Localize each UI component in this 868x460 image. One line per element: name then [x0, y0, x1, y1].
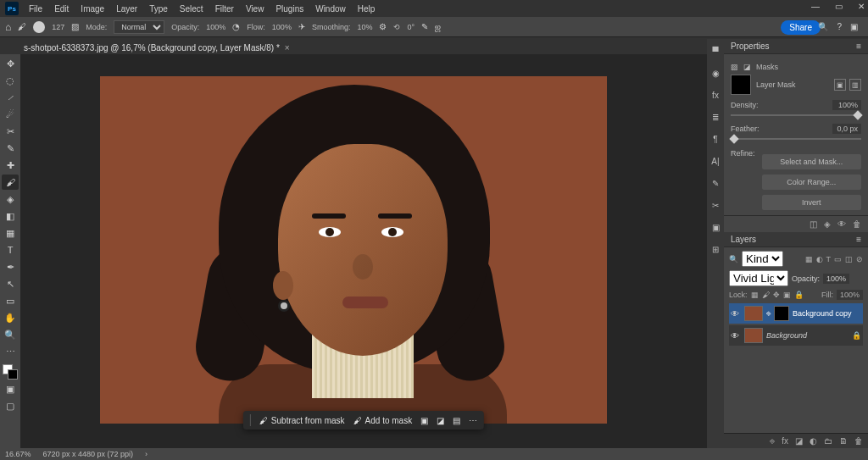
group-icon[interactable]: 🗀	[824, 436, 832, 446]
shape-tool[interactable]: ▭	[2, 293, 19, 308]
move-tool[interactable]: ✥	[2, 56, 19, 71]
subtract-from-mask-button[interactable]: 🖌 Subtract from mask	[259, 416, 345, 425]
density-slider[interactable]	[731, 112, 861, 119]
link-icon[interactable]: ⎆	[766, 309, 771, 318]
apply-mask-icon[interactable]: ◈	[824, 219, 831, 229]
menu-view[interactable]: View	[241, 3, 270, 15]
panel-swatches-icon[interactable]: ◉	[709, 66, 722, 80]
opacity-value[interactable]: 100%	[206, 23, 225, 31]
blend-mode-select[interactable]: Vivid Light	[729, 270, 788, 286]
vector-mask-icon[interactable]: ◪	[743, 63, 751, 71]
panel-color-icon[interactable]: ▀	[709, 44, 722, 58]
layers-panel-tab[interactable]: Layers ≡	[724, 232, 868, 247]
fx-icon[interactable]: fx	[782, 436, 788, 446]
pressure-opacity-icon[interactable]: ◔	[232, 22, 240, 31]
select-and-mask-button[interactable]: Select and Mask...	[762, 154, 861, 169]
lock-pos-icon[interactable]: ✥	[773, 291, 780, 299]
home-icon[interactable]: ⌂	[5, 21, 11, 33]
marquee-tool[interactable]: ◌	[2, 73, 19, 88]
mask-thumb[interactable]	[774, 306, 789, 321]
feather-slider[interactable]	[731, 136, 861, 142]
help-icon[interactable]: ?	[837, 22, 842, 31]
maximize-icon[interactable]: ▭	[835, 2, 843, 11]
menu-image[interactable]: Image	[75, 3, 109, 15]
panel-menu-icon[interactable]: ≡	[856, 42, 861, 51]
menu-type[interactable]: Type	[144, 3, 173, 15]
menu-file[interactable]: File	[24, 3, 47, 15]
lock-nest-icon[interactable]: ▣	[783, 291, 791, 299]
brush-tool-icon[interactable]: 🖌	[18, 22, 26, 31]
crop-tool[interactable]: ✂	[2, 124, 19, 139]
lock-all-icon[interactable]: 🔒	[794, 291, 804, 299]
angle-icon[interactable]: ⟲	[393, 23, 400, 31]
pixel-mask-icon[interactable]: ▨	[731, 63, 738, 71]
layer-thumb[interactable]	[744, 306, 763, 321]
menu-filter[interactable]: Filter	[210, 3, 239, 15]
adjustment-icon[interactable]: ◐	[810, 436, 817, 446]
brush-tool[interactable]: 🖌	[2, 175, 19, 190]
zoom-tool[interactable]: 🔍	[2, 327, 19, 342]
filter-adjust-icon[interactable]: ◐	[816, 255, 823, 263]
add-vector-mask-icon[interactable]: ▥	[849, 79, 861, 91]
layer-row[interactable]: 👁 Background 🔒	[729, 325, 863, 346]
menu-window[interactable]: Window	[310, 3, 351, 15]
gradient-tool[interactable]: ▦	[2, 225, 19, 241]
search-icon[interactable]: 🔍	[818, 22, 828, 31]
healing-tool[interactable]: ✚	[2, 158, 19, 173]
lock-trans-icon[interactable]: ▦	[751, 291, 759, 299]
path-select-tool[interactable]: ↖	[2, 276, 19, 291]
hand-tool[interactable]: ✋	[2, 310, 19, 325]
type-tool[interactable]: T	[2, 242, 19, 258]
filter-shape-icon[interactable]: ▭	[834, 255, 842, 263]
panel-character-icon[interactable]: ¶	[709, 132, 722, 146]
brush-picker-icon[interactable]: ▨	[71, 22, 79, 31]
share-button[interactable]: Share	[781, 20, 821, 35]
angle-value[interactable]: 0°	[407, 23, 415, 31]
ctx-option-2-icon[interactable]: ◪	[437, 416, 444, 425]
pressure-size-icon[interactable]: ✎	[421, 22, 428, 31]
menu-help[interactable]: Help	[353, 3, 381, 15]
invert-button[interactable]: Invert	[762, 195, 861, 210]
layer-mask-thumb[interactable]	[731, 75, 751, 95]
add-to-mask-button[interactable]: 🖌 Add to mask	[353, 416, 413, 425]
layer-opacity-value[interactable]: 100%	[823, 274, 849, 284]
mode-select[interactable]: Normal	[114, 20, 164, 34]
ctx-option-1-icon[interactable]: ▣	[420, 416, 428, 425]
density-value[interactable]: 100%	[832, 100, 861, 110]
panel-fx-icon[interactable]: fx	[709, 88, 722, 102]
layer-thumb[interactable]	[744, 328, 763, 343]
color-range-button[interactable]: Color Range...	[762, 175, 861, 190]
layer-name[interactable]: Background	[766, 331, 807, 340]
feather-value[interactable]: 0,0 px	[832, 124, 861, 134]
panel-adjust-icon[interactable]: ✂	[709, 198, 722, 212]
fill-value[interactable]: 100%	[837, 290, 863, 300]
mask-add-icon[interactable]: ◪	[795, 436, 803, 446]
visibility-toggle-icon[interactable]: 👁	[731, 309, 741, 319]
symmetry-icon[interactable]: ஜ	[435, 22, 441, 32]
panel-history-icon[interactable]: ▣	[709, 220, 722, 234]
lasso-tool[interactable]: ⟋	[2, 90, 19, 105]
layers-menu-icon[interactable]: ≡	[856, 235, 861, 244]
toggle-mask-icon[interactable]: 👁	[837, 219, 846, 229]
status-chevron-icon[interactable]: ›	[145, 450, 147, 458]
delete-layer-icon[interactable]: 🗑	[854, 436, 863, 446]
brush-preview[interactable]	[33, 21, 45, 33]
visibility-toggle-icon[interactable]: 👁	[731, 331, 741, 341]
more-tools[interactable]: ⋯	[2, 344, 19, 359]
minimize-icon[interactable]: —	[811, 2, 820, 11]
screen-mode-icon[interactable]: ▢	[2, 398, 19, 413]
canvas-area[interactable]: 🖌 Subtract from mask 🖌 Add to mask ▣ ◪ ▤…	[20, 54, 707, 448]
new-layer-icon[interactable]: 🗎	[839, 436, 848, 446]
properties-panel-tab[interactable]: Properties ≡	[724, 39, 868, 54]
filter-smart-icon[interactable]: ◫	[845, 255, 853, 263]
layer-row[interactable]: 👁 ⎆ Background copy	[729, 303, 863, 324]
close-icon[interactable]: ✕	[858, 2, 865, 11]
panel-libraries-icon[interactable]: ⊞	[709, 242, 722, 256]
menu-plugins[interactable]: Plugins	[270, 3, 309, 15]
clone-tool[interactable]: ◈	[2, 191, 19, 207]
layer-filter-kind[interactable]: Kind	[742, 251, 783, 267]
load-selection-icon[interactable]: ◫	[810, 219, 817, 229]
panel-paragraph-icon[interactable]: ≣	[709, 110, 722, 124]
quick-select-tool[interactable]: ☄	[2, 107, 19, 122]
flow-value[interactable]: 100%	[272, 23, 292, 31]
